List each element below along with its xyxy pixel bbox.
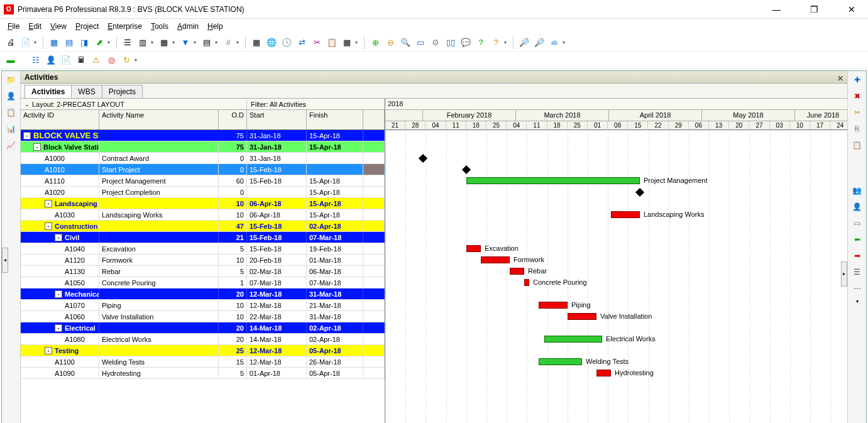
layout-split-icon[interactable]: ◨: [77, 36, 91, 50]
dropdown-icon[interactable]: ▾: [135, 57, 140, 63]
print-icon[interactable]: 🖨: [4, 36, 18, 50]
table-row[interactable]: A1080Electrical Works2014-Mar-1802-Apr-1…: [21, 334, 385, 345]
menu-project[interactable]: Project: [75, 22, 99, 31]
replace-icon[interactable]: 🔎: [532, 36, 546, 50]
maximize-button[interactable]: ❐: [801, 1, 827, 18]
delete-icon[interactable]: ✖: [851, 90, 864, 102]
zoom-out-icon[interactable]: ⊖: [383, 36, 397, 50]
gantt-bar[interactable]: [568, 313, 596, 320]
zoom-fit-icon[interactable]: 🔍: [398, 36, 412, 50]
menu-edit[interactable]: Edit: [28, 22, 41, 31]
table-row[interactable]: A1060Valve Installation1022-Mar-1831-Mar…: [21, 311, 385, 322]
schedule-icon[interactable]: ▦: [250, 36, 263, 50]
expand-icon[interactable]: -: [45, 347, 52, 354]
person-icon[interactable]: 👤: [5, 90, 18, 102]
gantt-bar[interactable]: [466, 245, 481, 252]
dropdown-icon[interactable]: ▾: [504, 40, 509, 45]
doc-icon[interactable]: 📋: [5, 106, 18, 119]
dropdown-icon[interactable]: ▾: [34, 40, 39, 45]
layout-selector[interactable]: ⌄ Layout: 2-PRECAST LAYOUT: [21, 99, 247, 109]
tab-wbs[interactable]: WBS: [71, 85, 102, 98]
help-green-icon[interactable]: ?: [474, 36, 488, 50]
paste-icon[interactable]: 📋: [851, 139, 864, 151]
table-row[interactable]: A1020Project Completion015-Apr-18: [21, 187, 385, 198]
dropdown-icon[interactable]: ▾: [107, 40, 113, 45]
chart-icon[interactable]: 📊: [5, 123, 18, 135]
group-icon[interactable]: ▤: [200, 36, 214, 50]
print-preview-icon[interactable]: 📄: [19, 36, 33, 50]
col-od[interactable]: O.D: [219, 110, 247, 129]
gantt-bar[interactable]: [544, 336, 602, 343]
layout-grid-icon[interactable]: ▦: [47, 36, 61, 50]
minimize-button[interactable]: —: [764, 1, 789, 18]
table-row[interactable]: -Block Valve Station7531-Jan-1815-Apr-18: [21, 141, 385, 153]
col-activity-id[interactable]: Activity ID: [21, 110, 99, 129]
bars-icon[interactable]: ☰: [121, 36, 135, 50]
table-row[interactable]: -BLOCK VALVE STATION7531-Jan-1815-Apr-18: [21, 130, 385, 141]
calc-icon[interactable]: 🖩: [74, 53, 88, 67]
table-row[interactable]: A1090Hydrotesting501-Apr-1805-Apr-18: [21, 368, 385, 379]
predecessor-icon[interactable]: ⬅: [851, 233, 864, 246]
menu-help[interactable]: Help: [207, 22, 223, 31]
dropdown-icon[interactable]: ▾: [151, 40, 156, 45]
grid-icon[interactable]: ▦: [340, 36, 354, 50]
globe-icon[interactable]: 🌐: [265, 36, 278, 50]
layout-trace-icon[interactable]: ⬈: [92, 36, 106, 50]
gantt-bar[interactable]: [539, 358, 582, 365]
expand-icon[interactable]: -: [45, 222, 52, 230]
dropdown-icon[interactable]: ▾: [194, 40, 199, 45]
cut-icon[interactable]: ✂: [851, 106, 864, 119]
report-icon[interactable]: 📋: [325, 36, 339, 50]
scissors-icon[interactable]: ✂: [310, 36, 324, 50]
table-row[interactable]: -Mechanical2012-Mar-1831-Mar-18: [21, 288, 385, 300]
table-row[interactable]: -Testing2512-Mar-1805-Apr-18: [21, 345, 385, 356]
expand-icon[interactable]: -: [55, 290, 62, 298]
dropdown-icon[interactable]: ▾: [355, 40, 360, 45]
table-row[interactable]: -Landscaping1006-Apr-1815-Apr-18: [21, 198, 385, 209]
tab-projects[interactable]: Projects: [102, 85, 143, 98]
table-row[interactable]: A1100Welding Tests1512-Mar-1826-Mar-18: [21, 356, 385, 368]
expand-icon[interactable]: -: [33, 143, 41, 151]
menu-admin[interactable]: Admin: [177, 22, 199, 31]
code-icon[interactable]: ▭: [851, 217, 864, 229]
dropdown-icon[interactable]: ▾: [172, 40, 177, 45]
table-row[interactable]: -Construction4715-Feb-1802-Apr-18: [21, 221, 385, 232]
table-row[interactable]: A1130Rebar502-Mar-1806-Mar-18: [21, 266, 385, 277]
gantt-bar[interactable]: [466, 177, 640, 184]
gantt-bar[interactable]: [596, 370, 611, 376]
menu-tools[interactable]: Tools: [151, 22, 168, 31]
gantt-bar[interactable]: [524, 279, 529, 286]
successor-icon[interactable]: ➡: [851, 250, 864, 262]
gear-icon[interactable]: ⚙: [429, 36, 442, 50]
menu-enterprise[interactable]: Enterprise: [107, 22, 142, 31]
dropdown-icon[interactable]: ▾: [215, 40, 220, 45]
grid-body[interactable]: -BLOCK VALVE STATION7531-Jan-1815-Apr-18…: [21, 130, 385, 423]
tab-activities[interactable]: Activities: [25, 85, 72, 98]
table-row[interactable]: A1000Contract Award031-Jan-18: [21, 153, 385, 164]
close-button[interactable]: ✕: [839, 1, 864, 18]
col-start[interactable]: Start: [247, 110, 307, 129]
filter-display[interactable]: Filter: All Activities: [247, 99, 385, 109]
sheet-icon[interactable]: 📈: [5, 139, 18, 151]
number-icon[interactable]: #: [221, 36, 235, 50]
minus-icon[interactable]: ▬: [4, 53, 18, 67]
bars-icon[interactable]: ▯▯: [444, 36, 458, 50]
table-row[interactable]: A1040Excavation515-Feb-1819-Feb-18: [21, 243, 385, 255]
hierarchy-icon[interactable]: ☷: [29, 53, 43, 67]
gantt-bar[interactable]: [510, 268, 524, 275]
refresh-icon[interactable]: ↻: [119, 53, 133, 67]
link-icon[interactable]: ⇄: [295, 36, 309, 50]
menu-file[interactable]: File: [8, 22, 19, 31]
gantt-bar[interactable]: [481, 256, 510, 263]
table-row[interactable]: A1070Piping1012-Mar-1821-Mar-18: [21, 300, 385, 311]
table-row[interactable]: A1030Landscaping Works1006-Apr-1815-Apr-…: [21, 209, 385, 221]
target-icon[interactable]: ◎: [104, 53, 118, 67]
table-row[interactable]: A1050Concrete Pouring107-Mar-1807-Mar-18: [21, 277, 385, 288]
add-icon[interactable]: ✚: [851, 74, 864, 86]
table-row[interactable]: -Civil2115-Feb-1807-Mar-18: [21, 232, 385, 243]
steps-icon[interactable]: ☰: [851, 266, 864, 278]
alert-icon[interactable]: ⚠: [89, 53, 103, 67]
expand-icon[interactable]: -: [55, 234, 62, 241]
dropdown-icon[interactable]: ▾: [236, 40, 241, 45]
menu-view[interactable]: View: [50, 22, 67, 31]
